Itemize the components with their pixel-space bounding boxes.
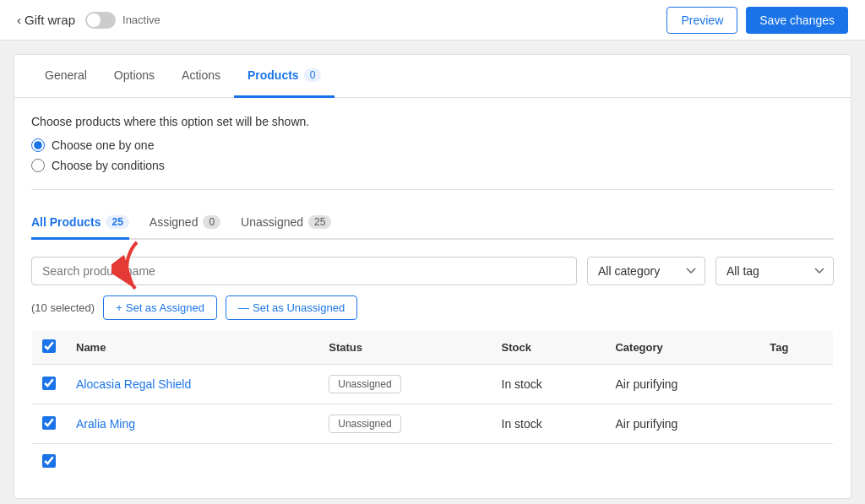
product-link[interactable]: Alocasia Regal Shield: [76, 377, 191, 391]
sub-tab-all-label: All Products: [31, 215, 101, 229]
search-input[interactable]: [31, 257, 577, 285]
search-wrap: [31, 257, 577, 285]
tab-options-label: Options: [114, 68, 155, 82]
toggle-wrap: Inactive: [85, 12, 160, 29]
back-icon: ‹: [17, 13, 21, 27]
row-checkbox-cell: [32, 365, 67, 404]
row-checkbox[interactable]: [42, 377, 56, 390]
main-tabs: General Options Actions Products 0: [14, 55, 851, 98]
radio-by-conditions-input[interactable]: [31, 159, 45, 172]
row-stock: In stock: [492, 404, 606, 444]
row-stock: [492, 444, 606, 481]
set-unassigned-button[interactable]: — Set as Unassigned: [226, 295, 357, 320]
sub-tab-unassigned[interactable]: Unassigned 25: [241, 207, 331, 240]
product-link[interactable]: Aralia Ming: [76, 417, 135, 431]
top-bar-left: ‹ Gift wrap Inactive: [17, 12, 160, 29]
select-all-checkbox[interactable]: [42, 339, 56, 353]
tab-products-badge: 0: [304, 68, 322, 82]
th-checkbox: [32, 331, 67, 365]
row-status: [318, 444, 491, 481]
tab-actions[interactable]: Actions: [168, 55, 234, 98]
toggle-status-label: Inactive: [122, 14, 160, 26]
status-badge: Unassigned: [329, 375, 400, 393]
table-row: Alocasia Regal Shield Unassigned In stoc…: [32, 365, 834, 404]
sub-tab-unassigned-label: Unassigned: [241, 215, 303, 229]
choose-description: Choose products where this option set wi…: [31, 115, 834, 128]
status-badge: Unassigned: [329, 415, 400, 433]
tab-products-label: Products: [248, 68, 299, 82]
set-assigned-label: Set as Assigned: [126, 301, 204, 314]
tab-general[interactable]: General: [31, 55, 101, 98]
table-row: [32, 444, 834, 481]
row-checkbox-cell: [32, 404, 67, 444]
minus-icon: —: [238, 301, 249, 314]
sub-tab-all-badge: 25: [106, 215, 128, 229]
row-tag: [759, 404, 833, 444]
tab-actions-label: Actions: [182, 68, 220, 82]
tab-products[interactable]: Products 0: [234, 55, 335, 98]
th-name: Name: [66, 331, 318, 365]
divider: [31, 189, 834, 190]
row-name: [66, 444, 318, 481]
row-category: Air purifying: [605, 404, 759, 444]
row-name: Alocasia Regal Shield: [66, 365, 318, 404]
table-header-row: Name Status Stock Category Tag: [32, 331, 834, 365]
sub-tab-unassigned-badge: 25: [308, 215, 331, 229]
products-tab-content: Choose products where this option set wi…: [14, 98, 851, 498]
row-status: Unassigned: [318, 365, 491, 404]
tab-general-label: General: [45, 68, 87, 82]
product-table: Name Status Stock Category Tag Alocasia …: [31, 330, 834, 481]
radio-one-by-one[interactable]: Choose one by one: [31, 138, 834, 152]
tag-dropdown[interactable]: All tag: [715, 257, 834, 285]
top-bar: ‹ Gift wrap Inactive Preview Save change…: [0, 0, 865, 41]
th-status: Status: [318, 331, 491, 365]
main-content: General Options Actions Products 0 Choos…: [14, 54, 851, 499]
back-link[interactable]: ‹ Gift wrap: [17, 13, 75, 27]
row-category: [605, 444, 759, 481]
action-row: (10 selected) + Set as Assigned — Set as…: [31, 295, 834, 320]
radio-by-conditions-label: Choose by conditions: [52, 159, 165, 172]
row-name: Aralia Ming: [66, 404, 318, 444]
row-checkbox[interactable]: [42, 454, 56, 468]
set-unassigned-label: Set as Unassigned: [253, 301, 345, 314]
category-dropdown[interactable]: All category: [587, 257, 705, 285]
sub-tabs: All Products 25 Assigned 0 Unassigned 25: [31, 207, 834, 240]
sub-tab-all[interactable]: All Products 25: [31, 207, 129, 240]
radio-by-conditions[interactable]: Choose by conditions: [31, 159, 834, 172]
table-row: Aralia Ming Unassigned In stock Air puri…: [32, 404, 834, 444]
set-assigned-button[interactable]: + Set as Assigned: [103, 295, 217, 320]
filter-row: All category All tag: [31, 257, 834, 285]
plus-icon: +: [116, 301, 122, 314]
row-tag: [759, 365, 833, 404]
th-category: Category: [605, 331, 759, 365]
row-tag: [759, 444, 833, 481]
tab-options[interactable]: Options: [101, 55, 168, 98]
preview-button[interactable]: Preview: [666, 7, 737, 34]
sub-tab-assigned-label: Assigned: [150, 215, 199, 229]
sub-tab-assigned-badge: 0: [203, 215, 220, 229]
th-stock: Stock: [492, 331, 606, 365]
row-status: Unassigned: [318, 404, 491, 444]
th-tag: Tag: [759, 331, 833, 365]
active-toggle[interactable]: [85, 12, 116, 29]
row-checkbox-cell: [32, 444, 67, 481]
radio-one-by-one-label: Choose one by one: [52, 138, 154, 152]
row-category: Air purifying: [605, 365, 759, 404]
radio-one-by-one-input[interactable]: [31, 138, 45, 152]
sub-tab-assigned[interactable]: Assigned 0: [150, 207, 220, 240]
row-checkbox[interactable]: [42, 416, 56, 430]
top-bar-right: Preview Save changes: [666, 7, 848, 34]
page-title: Gift wrap: [24, 13, 75, 27]
selected-count: (10 selected): [31, 301, 95, 314]
row-stock: In stock: [492, 365, 606, 404]
radio-group: Choose one by one Choose by conditions: [31, 138, 834, 172]
save-button[interactable]: Save changes: [746, 7, 848, 34]
